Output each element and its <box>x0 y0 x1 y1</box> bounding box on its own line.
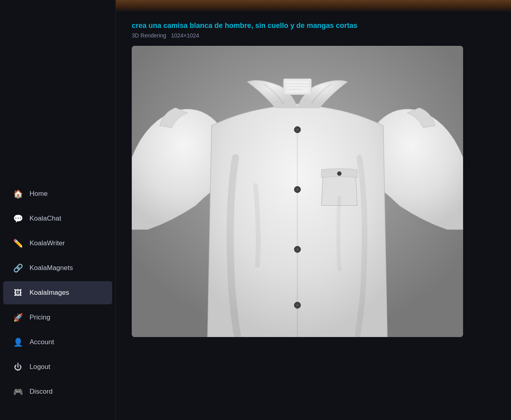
sidebar-label-home: Home <box>30 190 48 198</box>
pricing-icon: 🚀 <box>13 312 23 323</box>
sidebar: 🏠Home💬KoalaChat✏️KoalaWriter🔗KoalaMagnet… <box>0 0 116 420</box>
sidebar-label-koalaimages: KoalaImages <box>30 289 69 297</box>
sidebar-item-home[interactable]: 🏠Home <box>3 182 112 205</box>
account-icon: 👤 <box>13 337 23 347</box>
image-type: 3D Rendering <box>132 32 166 39</box>
sidebar-item-koalachat[interactable]: 💬KoalaChat <box>3 207 112 230</box>
sidebar-logo <box>0 0 115 32</box>
generated-image <box>132 46 463 337</box>
sidebar-label-koalamagnets: KoalaMagnets <box>30 264 73 272</box>
svg-point-7 <box>296 128 299 131</box>
main-content: crea una camisa blanca de hombre, sin cu… <box>116 0 511 420</box>
sidebar-nav: 🏠Home💬KoalaChat✏️KoalaWriter🔗KoalaMagnet… <box>0 32 115 420</box>
image-title: crea una camisa blanca de hombre, sin cu… <box>132 22 495 30</box>
koalamagnets-icon: 🔗 <box>13 263 23 273</box>
sidebar-item-pricing[interactable]: 🚀Pricing <box>3 306 112 329</box>
sidebar-item-koalamagnets[interactable]: 🔗KoalaMagnets <box>3 256 112 280</box>
svg-point-11 <box>296 248 299 250</box>
sidebar-label-koalachat: KoalaChat <box>30 215 61 223</box>
svg-point-13 <box>296 304 299 306</box>
sidebar-item-logout[interactable]: ⏻Logout <box>3 355 112 379</box>
sidebar-item-account[interactable]: 👤Account <box>3 331 112 354</box>
sidebar-item-koalawriter[interactable]: ✏️KoalaWriter <box>3 232 112 255</box>
svg-point-14 <box>337 172 341 175</box>
sidebar-item-koalaimages[interactable]: 🖼KoalaImages <box>3 281 112 304</box>
logout-icon: ⏻ <box>13 362 23 372</box>
content-area: crea una camisa blanca de hombre, sin cu… <box>116 12 511 420</box>
discord-icon: 🎮 <box>13 386 23 397</box>
top-image-strip <box>116 0 511 12</box>
sidebar-label-account: Account <box>30 338 54 346</box>
image-dimensions: 1024×1024 <box>171 32 199 39</box>
sidebar-label-discord: Discord <box>30 388 53 396</box>
home-icon: 🏠 <box>13 189 23 199</box>
sidebar-item-discord[interactable]: 🎮Discord <box>3 380 112 403</box>
koalaimages-icon: 🖼 <box>13 288 23 298</box>
sidebar-label-koalawriter: KoalaWriter <box>30 239 65 247</box>
sidebar-label-logout: Logout <box>30 363 50 371</box>
koalachat-icon: 💬 <box>13 213 23 224</box>
koalawriter-icon: ✏️ <box>13 238 23 248</box>
svg-point-9 <box>296 188 299 191</box>
sidebar-label-pricing: Pricing <box>30 314 50 321</box>
shirt-illustration <box>132 46 463 337</box>
image-meta: 3D Rendering 1024×1024 <box>132 32 495 39</box>
